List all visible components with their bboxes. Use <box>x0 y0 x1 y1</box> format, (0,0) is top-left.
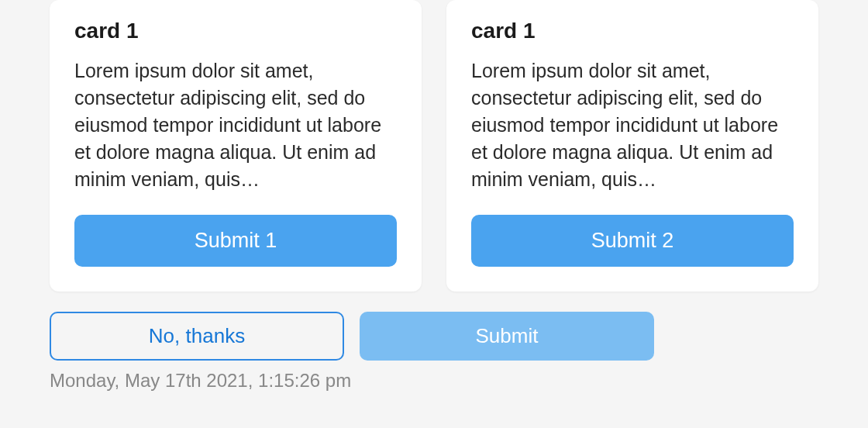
card-2: card 1 Lorem ipsum dolor sit amet, conse… <box>446 0 818 292</box>
card-title: card 1 <box>74 19 397 43</box>
cards-row: card 1 Lorem ipsum dolor sit amet, conse… <box>50 0 818 292</box>
card-body: Lorem ipsum dolor sit amet, consectetur … <box>471 57 794 193</box>
submit-button[interactable]: Submit <box>360 312 654 361</box>
footer-buttons: No, thanks Submit <box>50 312 818 361</box>
card-body: Lorem ipsum dolor sit amet, consectetur … <box>74 57 397 193</box>
page-container: card 1 Lorem ipsum dolor sit amet, conse… <box>0 0 868 392</box>
timestamp: Monday, May 17th 2021, 1:15:26 pm <box>50 370 818 392</box>
card-title: card 1 <box>471 19 794 43</box>
submit-1-button[interactable]: Submit 1 <box>74 215 397 267</box>
card-1: card 1 Lorem ipsum dolor sit amet, conse… <box>50 0 422 292</box>
no-thanks-button[interactable]: No, thanks <box>50 312 344 361</box>
submit-2-button[interactable]: Submit 2 <box>471 215 794 267</box>
